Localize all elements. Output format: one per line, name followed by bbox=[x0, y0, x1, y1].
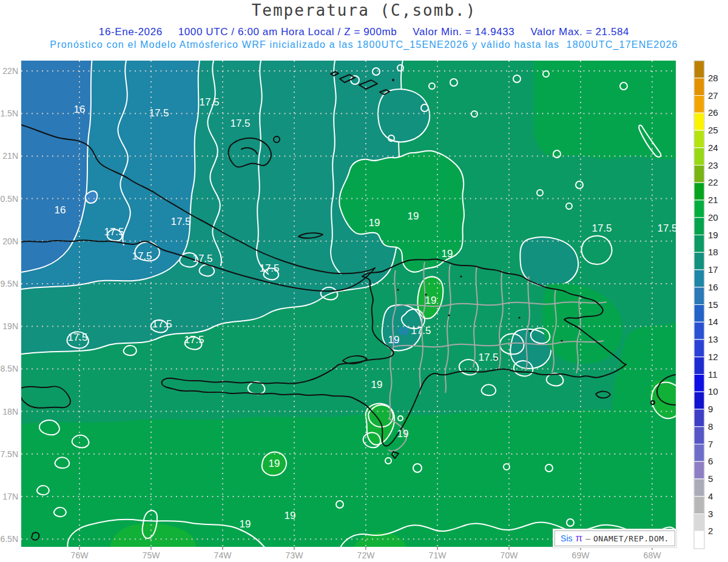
temperature-map: 161617.517.517.517.517.517.517.517.517.5… bbox=[0, 0, 728, 562]
colorbar-cell bbox=[694, 235, 704, 253]
colorbar-cell bbox=[694, 444, 704, 462]
field-19-20 bbox=[534, 57, 679, 159]
colorbar-tick-label: 12 bbox=[708, 352, 718, 362]
y-axis-label: 17N bbox=[2, 492, 18, 501]
temperature-field bbox=[18, 57, 679, 552]
colorbar-cell bbox=[694, 182, 704, 200]
y-axis-label: 8.5N bbox=[0, 364, 18, 373]
colorbar-tick-label: 28 bbox=[708, 73, 718, 83]
contour-label-17.5: 17.5 bbox=[592, 222, 612, 234]
colorbar-tick-label: 16 bbox=[708, 282, 718, 292]
colorbar-cell bbox=[694, 409, 704, 427]
contour-label-19: 19 bbox=[442, 248, 453, 259]
colorbar-cell bbox=[694, 200, 704, 218]
colorbar-tick-label: 18 bbox=[708, 247, 718, 257]
colorbar-cell bbox=[694, 287, 704, 305]
colorbar-tick-label: 2 bbox=[708, 526, 713, 536]
colorbar-tick-label: 8 bbox=[708, 421, 713, 432]
contour-label-17.5: 17.5 bbox=[478, 352, 498, 363]
contour-label-17.5: 17.5 bbox=[259, 263, 279, 274]
colorbar-cell bbox=[694, 322, 704, 340]
watermark-org: ONAMET/REP.DOM. bbox=[593, 534, 669, 543]
y-axis-label: 7.5N bbox=[0, 449, 18, 459]
x-axis-label: 72W bbox=[357, 550, 376, 560]
colorbar-legend: 2827262524232221201918171615141312111098… bbox=[694, 61, 718, 549]
colorbar-cell bbox=[694, 375, 704, 392]
colorbar-tick-label: 14 bbox=[708, 316, 718, 327]
y-axis-label: 19N bbox=[2, 321, 18, 331]
y-axis-label: 18N bbox=[2, 407, 18, 416]
colorbar-tick-label: 25 bbox=[708, 125, 718, 135]
coastlines bbox=[460, 275, 462, 277]
colorbar-tick-label: 27 bbox=[708, 90, 718, 101]
colorbar-tick-label: 19 bbox=[708, 230, 718, 240]
colorbar-cell bbox=[694, 461, 704, 479]
colorbar-cell bbox=[694, 166, 704, 183]
field-16-17 bbox=[398, 327, 409, 335]
contour-label-17.5: 17.5 bbox=[104, 226, 124, 238]
colorbar-cell bbox=[694, 531, 704, 549]
colorbar-cell bbox=[694, 305, 704, 323]
colorbar-tick-label: 11 bbox=[708, 369, 718, 380]
coastlines bbox=[397, 289, 399, 290]
colorbar-cell bbox=[694, 514, 704, 532]
x-axis-label: 73W bbox=[286, 550, 304, 560]
colorbar-cell bbox=[694, 270, 704, 287]
coastlines bbox=[561, 340, 562, 341]
contour-label-19: 19 bbox=[397, 428, 409, 440]
field-17-18 bbox=[378, 89, 430, 142]
coastlines bbox=[392, 79, 394, 81]
contour-label-16: 16 bbox=[55, 204, 66, 216]
y-axis-label: 21N bbox=[2, 151, 18, 161]
contour-label-19: 19 bbox=[388, 334, 400, 346]
contour-label-16: 16 bbox=[74, 104, 86, 115]
x-axis-label: 69W bbox=[572, 550, 590, 560]
x-axis-label: 75W bbox=[143, 550, 161, 560]
brand-sispi: Sis bbox=[561, 534, 572, 543]
y-axis-label: 9.5N bbox=[0, 279, 18, 289]
colorbar-tick-label: 9 bbox=[708, 404, 713, 414]
colorbar-tick-label: 6 bbox=[708, 456, 713, 466]
contour-label-17.5: 17.5 bbox=[132, 250, 152, 262]
contour-label-19: 19 bbox=[369, 217, 380, 229]
contour-label-17.5: 17.5 bbox=[230, 118, 250, 129]
contour-label-17.5: 17.5 bbox=[170, 216, 190, 227]
colorbar-tick-label: 20 bbox=[708, 212, 718, 222]
x-axis-label: 76W bbox=[71, 550, 89, 560]
colorbar-cell bbox=[694, 130, 704, 148]
y-axis-label: 22N bbox=[2, 66, 18, 76]
contour-label-19: 19 bbox=[408, 210, 419, 222]
colorbar-cell bbox=[694, 357, 704, 375]
contour-label-19: 19 bbox=[425, 295, 437, 306]
colorbar-cell bbox=[694, 61, 704, 78]
y-axis-label: 20N bbox=[2, 236, 18, 246]
x-axis-label: 70W bbox=[500, 550, 519, 560]
contour-label-17.5: 17.5 bbox=[199, 96, 219, 108]
colorbar-tick-label: 10 bbox=[708, 386, 718, 396]
colorbar-tick-label: 21 bbox=[708, 195, 718, 205]
colorbar-cell bbox=[694, 96, 704, 113]
colorbar-cell bbox=[694, 113, 704, 130]
colorbar-tick-label: 15 bbox=[708, 299, 718, 310]
y-axis-label: 1.5N bbox=[0, 109, 18, 118]
contour-label-19: 19 bbox=[371, 379, 383, 390]
colorbar-tick-label: 7 bbox=[708, 439, 713, 449]
contour-label-17.5: 17.5 bbox=[152, 318, 172, 330]
colorbar-tick-label: 4 bbox=[708, 491, 713, 501]
contour-label-19: 19 bbox=[269, 458, 280, 469]
colorbar-cell bbox=[694, 427, 704, 444]
watermark: Sisπ – ONAMET/REP.DOM. bbox=[554, 530, 675, 546]
weather-map-page: Temperatura (C,somb.) 16-Ene-20261000 UT… bbox=[0, 0, 728, 562]
x-axis-label: 68W bbox=[644, 550, 662, 560]
coastlines bbox=[518, 316, 520, 318]
colorbar-cell bbox=[694, 340, 704, 357]
x-axis-label: 71W bbox=[429, 550, 447, 560]
colorbar-cell bbox=[694, 148, 704, 166]
watermark-separator: – bbox=[585, 534, 590, 543]
contour-label-17.5: 17.5 bbox=[657, 222, 677, 234]
contour-label-17.5: 17.5 bbox=[184, 334, 204, 346]
colorbar-cell bbox=[694, 218, 704, 235]
colorbar-tick-label: 24 bbox=[708, 142, 718, 153]
colorbar-tick-label: 17 bbox=[708, 264, 718, 275]
colorbar-cell bbox=[694, 479, 704, 497]
